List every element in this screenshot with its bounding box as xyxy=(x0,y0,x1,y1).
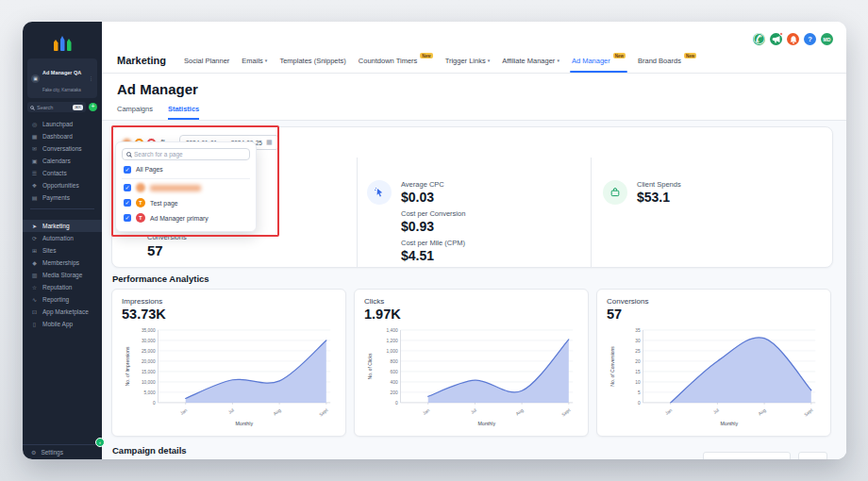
sidebar-item-reporting[interactable]: ∿ Reporting xyxy=(23,293,102,306)
mobile-app-icon: ▯ xyxy=(31,321,38,327)
account-location: Fake city, Karnataka xyxy=(42,88,81,92)
svg-text:No. of Clicks: No. of Clicks xyxy=(367,353,373,380)
sidebar-item-conversations[interactable]: ✉ Conversations xyxy=(23,142,102,155)
svg-text:25,000: 25,000 xyxy=(142,349,156,354)
page-option-redacted[interactable]: ✓ xyxy=(122,180,250,195)
sidebar-item-opportunities[interactable]: ❖ Opportunities xyxy=(23,179,102,191)
checkbox-checked[interactable]: ✓ xyxy=(124,166,131,174)
svg-text:400: 400 xyxy=(391,380,398,385)
page-avatar: T xyxy=(136,198,145,207)
page-name xyxy=(150,185,201,191)
svg-text:Monthly: Monthly xyxy=(721,421,739,426)
checkbox-checked[interactable]: ✓ xyxy=(124,184,131,191)
search-icon xyxy=(30,106,34,109)
svg-text:Monthly: Monthly xyxy=(236,421,254,426)
chart-title: Conversions xyxy=(607,297,821,306)
svg-text:Jan: Jan xyxy=(664,407,673,416)
sidebar-item-calendars[interactable]: ▣ Calendars xyxy=(23,155,102,167)
nav-item-templates-snippets[interactable]: Templates (Snippets) xyxy=(279,48,345,73)
nav-item-countdown-timers[interactable]: Countdown Timers New xyxy=(359,48,433,73)
stat-cost-per-mile: Cost per Mile (CPM) $4.51 xyxy=(401,239,465,263)
app-marketplace-icon: ⊡ xyxy=(31,308,38,315)
main-area: Marketing Social Planner Emails ▾ Templa… xyxy=(102,22,846,459)
megaphone-icon[interactable] xyxy=(770,33,782,45)
phone-icon[interactable]: ✆ xyxy=(753,33,765,45)
sidebar-divider xyxy=(30,208,94,209)
top-bar: Marketing Social Planner Emails ▾ Templa… xyxy=(102,22,846,74)
sidebar-item-memberships[interactable]: ◆ Memberships xyxy=(23,257,102,269)
checkbox-checked[interactable]: ✓ xyxy=(124,199,131,207)
help-icon[interactable]: ? xyxy=(804,33,816,45)
sites-icon: ⊞ xyxy=(31,247,38,254)
sidebar-search-input[interactable]: Search ⌘K xyxy=(27,102,86,112)
sidebar-item-sites[interactable]: ⊞ Sites xyxy=(23,244,102,257)
svg-text:1,200: 1,200 xyxy=(387,339,398,343)
tab-statistics[interactable]: Statistics xyxy=(168,105,199,120)
launchpad-icon: ◎ xyxy=(31,121,38,127)
chevron-down-icon: ▾ xyxy=(488,58,491,63)
chart-card-impressions: Impressions 53.73K 05,00010,00015,00020,… xyxy=(111,289,346,437)
nav-item-trigger-links[interactable]: Trigger Links ▾ xyxy=(445,48,491,73)
nav-item-ad-manager[interactable]: Ad Manager New xyxy=(572,48,626,73)
search-placeholder: Search xyxy=(37,105,70,110)
sidebar-item-contacts[interactable]: ☰ Contacts xyxy=(23,167,102,179)
memberships-icon: ◆ xyxy=(31,259,38,266)
page-option-ad-manager-primary[interactable]: ✓ T Ad Manager primary xyxy=(122,210,250,225)
chevron-down-icon: ▾ xyxy=(265,58,268,63)
user-avatar[interactable]: MD xyxy=(821,33,833,45)
page-search-input[interactable]: Search for a page xyxy=(122,148,250,160)
sidebar-item-payments[interactable]: ▤ Payments xyxy=(23,191,102,204)
quick-add-button[interactable]: + xyxy=(89,103,97,111)
cutoff-button[interactable] xyxy=(798,452,827,459)
sidebar-item-reputation[interactable]: ☆ Reputation xyxy=(23,281,102,293)
tab-campaigns[interactable]: Campaigns xyxy=(117,105,153,120)
svg-text:1,000: 1,000 xyxy=(387,349,398,354)
svg-text:30,000: 30,000 xyxy=(142,339,156,343)
cutoff-field[interactable] xyxy=(703,452,791,459)
sidebar-item-app-marketplace[interactable]: ⊡ App Marketplace xyxy=(23,306,102,318)
page-name: Ad Manager primary xyxy=(150,215,209,222)
bell-icon[interactable] xyxy=(787,33,799,45)
checkbox-checked[interactable]: ✓ xyxy=(124,214,131,222)
sidebar-item-media-storage[interactable]: ▥ Media Storage xyxy=(23,269,102,281)
all-pages-option[interactable]: ✓ All Pages xyxy=(122,164,250,175)
page-search-placeholder: Search for a page xyxy=(134,151,183,158)
automation-icon: ⟳ xyxy=(31,235,38,241)
sidebar-item-mobile-app[interactable]: ▯ Mobile App xyxy=(23,318,102,330)
sidebar: ▣ Ad Manager QA Fake city, Karnataka ⋮ S… xyxy=(23,22,102,459)
calendar-icon: ▦ xyxy=(266,139,273,146)
svg-text:Sept: Sept xyxy=(319,407,329,417)
svg-text:800: 800 xyxy=(391,359,398,364)
marketing-icon: ➤ xyxy=(31,223,38,229)
sidebar-item-launchpad[interactable]: ◎ Launchpad xyxy=(23,118,102,130)
sidebar-item-automation[interactable]: ⟳ Automation xyxy=(23,232,102,244)
sidebar-item-dashboard[interactable]: ▦ Dashboard xyxy=(23,130,102,142)
svg-text:600: 600 xyxy=(391,370,398,374)
chart-total: 57 xyxy=(607,307,821,322)
reputation-icon: ☆ xyxy=(31,284,38,290)
page-option-test-page[interactable]: ✓ T Test page xyxy=(122,195,250,210)
stats-column-right: Client Spends $53.1 xyxy=(591,158,832,268)
area-chart: 05101520253035JanJulAugSeptMonthlyNo. of… xyxy=(607,323,821,430)
sidebar-collapse-button[interactable]: ‹ xyxy=(95,438,105,447)
keyboard-shortcut-badge: ⌘K xyxy=(73,105,83,110)
nav-item-brand-boards[interactable]: Brand Boards New xyxy=(638,48,696,73)
sidebar-nav-secondary: ➤ Marketing ⟳ Automation ⊞ Sites ◆ Membe… xyxy=(23,220,102,330)
account-switcher[interactable]: ▣ Ad Manager QA Fake city, Karnataka ⋮ xyxy=(27,58,97,98)
svg-text:Aug: Aug xyxy=(758,407,767,416)
svg-text:No. of Conversions: No. of Conversions xyxy=(609,346,615,387)
svg-text:0: 0 xyxy=(153,401,156,406)
nav-item-affiliate-manager[interactable]: Affiliate Manager ▾ xyxy=(502,48,559,73)
page-avatar: T xyxy=(136,213,145,223)
svg-text:35: 35 xyxy=(635,328,641,333)
sidebar-item-marketing[interactable]: ➤ Marketing xyxy=(23,220,102,232)
sidebar-item-settings[interactable]: ⚙ Settings xyxy=(23,444,102,459)
svg-text:No. of Impressions: No. of Impressions xyxy=(125,346,130,386)
page-filter-dropdown: Search for a page ✓ All Pages ✓ ✓ T Test… xyxy=(115,141,257,232)
nav-item-social-planner[interactable]: Social Planner xyxy=(184,48,229,73)
cursor-click-icon xyxy=(367,180,392,205)
svg-text:Jan: Jan xyxy=(179,407,188,416)
account-menu-icon[interactable]: ⋮ xyxy=(89,75,93,81)
chevron-down-icon: ▾ xyxy=(557,58,559,63)
nav-item-emails[interactable]: Emails ▾ xyxy=(242,48,267,73)
